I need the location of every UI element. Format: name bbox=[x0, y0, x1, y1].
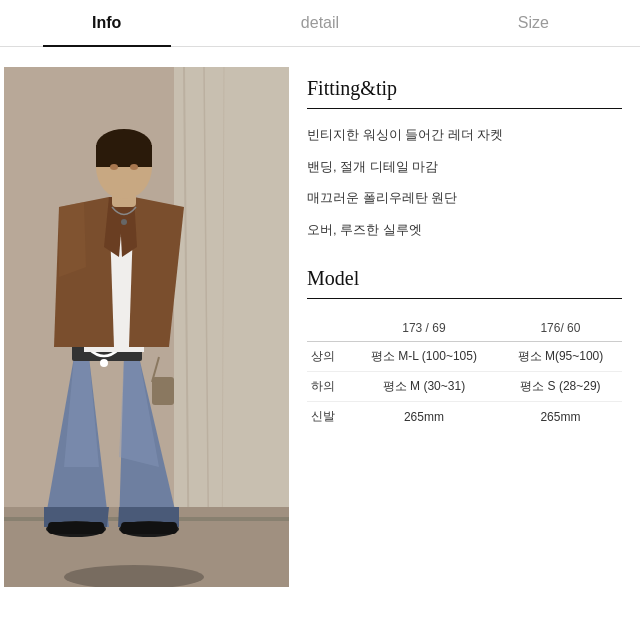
model-table: 173 / 69 176/ 60 상의 평소 M-L (100~105) 평소 … bbox=[307, 315, 622, 431]
svg-rect-33 bbox=[48, 522, 104, 534]
fitting-list: 빈티지한 워싱이 들어간 레더 자켓 밴딩, 절개 디테일 마감 매끄러운 폴리… bbox=[307, 125, 622, 239]
row-sinbal-col1: 265mm bbox=[349, 402, 499, 432]
row-sinbal-col2: 265mm bbox=[499, 402, 622, 432]
fitting-divider bbox=[307, 108, 622, 109]
main-content: Fitting&tip 빈티지한 워싱이 들어간 레더 자켓 밴딩, 절개 디테… bbox=[0, 47, 640, 638]
table-header-row: 173 / 69 176/ 60 bbox=[307, 315, 622, 342]
product-image bbox=[4, 67, 289, 587]
tab-detail[interactable]: detail bbox=[213, 0, 426, 46]
row-haui-col2: 평소 S (28~29) bbox=[499, 372, 622, 402]
model-section: Model 173 / 69 176/ 60 상의 평소 M-L (100~10… bbox=[307, 267, 622, 431]
row-label-sangui: 상의 bbox=[307, 342, 349, 372]
info-panel: Fitting&tip 빈티지한 워싱이 들어간 레더 자켓 밴딩, 절개 디테… bbox=[289, 67, 640, 638]
table-row: 하의 평소 M (30~31) 평소 S (28~29) bbox=[307, 372, 622, 402]
row-sangui-col1: 평소 M-L (100~105) bbox=[349, 342, 499, 372]
fitting-item-2: 밴딩, 절개 디테일 마감 bbox=[307, 157, 622, 177]
table-row: 신발 265mm 265mm bbox=[307, 402, 622, 432]
tab-bar: Info detail Size bbox=[0, 0, 640, 47]
col-176: 176/ 60 bbox=[499, 315, 622, 342]
fitting-item-4: 오버, 루즈한 실루엣 bbox=[307, 220, 622, 240]
svg-point-27 bbox=[130, 164, 138, 170]
row-sangui-col2: 평소 M(95~100) bbox=[499, 342, 622, 372]
svg-rect-34 bbox=[121, 522, 177, 534]
fitting-title: Fitting&tip bbox=[307, 77, 622, 100]
col-173: 173 / 69 bbox=[349, 315, 499, 342]
fitting-item-3: 매끄러운 폴리우레탄 원단 bbox=[307, 188, 622, 208]
row-label-sinbal: 신발 bbox=[307, 402, 349, 432]
fitting-item-1: 빈티지한 워싱이 들어간 레더 자켓 bbox=[307, 125, 622, 145]
model-title: Model bbox=[307, 267, 622, 290]
row-label-haui: 하의 bbox=[307, 372, 349, 402]
svg-point-26 bbox=[110, 164, 118, 170]
svg-marker-21 bbox=[59, 202, 86, 277]
svg-point-15 bbox=[100, 359, 108, 367]
model-divider bbox=[307, 298, 622, 299]
fitting-section: Fitting&tip 빈티지한 워싱이 들어간 레더 자켓 밴딩, 절개 디테… bbox=[307, 77, 622, 239]
svg-point-28 bbox=[121, 219, 127, 225]
tab-info[interactable]: Info bbox=[0, 0, 213, 46]
svg-rect-29 bbox=[152, 377, 174, 405]
row-haui-col1: 평소 M (30~31) bbox=[349, 372, 499, 402]
svg-rect-25 bbox=[96, 145, 152, 167]
tab-size[interactable]: Size bbox=[427, 0, 640, 46]
col-label bbox=[307, 315, 349, 342]
table-row: 상의 평소 M-L (100~105) 평소 M(95~100) bbox=[307, 342, 622, 372]
